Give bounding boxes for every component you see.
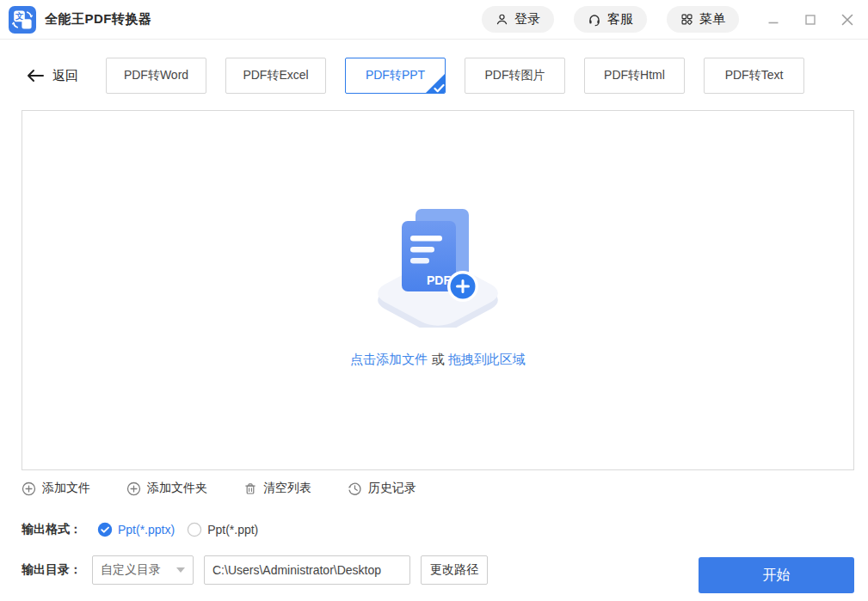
app-logo-icon: 文 xyxy=(9,6,36,34)
support-label: 客服 xyxy=(607,11,633,28)
grid-menu-icon xyxy=(680,13,693,26)
tab-label: PDF转Excel xyxy=(243,68,308,83)
tab-pdf-to-image[interactable]: PDF转图片 xyxy=(465,58,565,94)
add-folder-label: 添加文件夹 xyxy=(147,481,207,496)
add-folder-button[interactable]: 添加文件夹 xyxy=(126,481,207,496)
tab-label: PDF转PPT xyxy=(366,68,425,83)
radio-checked-icon xyxy=(97,522,113,537)
directory-type-value: 自定义目录 xyxy=(101,562,161,578)
clear-list-button[interactable]: 清空列表 xyxy=(243,481,311,496)
back-button[interactable]: 返回 xyxy=(26,68,78,84)
app-title: 全能王PDF转换器 xyxy=(45,11,152,28)
close-button[interactable] xyxy=(840,13,854,27)
ppt-option-label: Ppt(*.ppt) xyxy=(207,523,258,537)
menu-button[interactable]: 菜单 xyxy=(667,6,739,33)
change-path-label: 更改路径 xyxy=(430,562,478,578)
maximize-button[interactable] xyxy=(803,13,817,27)
tab-pdf-to-text[interactable]: PDF转Text xyxy=(704,58,804,94)
login-label: 登录 xyxy=(514,11,540,28)
add-file-button[interactable]: 添加文件 xyxy=(22,481,90,496)
directory-type-select[interactable]: 自定义目录 xyxy=(92,555,194,585)
output-directory-row: 输出目录： 自定义目录 更改路径 xyxy=(22,555,488,585)
file-drop-zone[interactable]: PDF 点击添加文件 或 拖拽到此区域 xyxy=(22,110,854,470)
output-format-row: 输出格式： Ppt(*.pptx) Ppt(*.ppt) xyxy=(22,519,258,540)
chevron-down-icon xyxy=(176,567,185,573)
user-icon xyxy=(496,13,508,26)
menu-label: 菜单 xyxy=(699,11,725,28)
tab-pdf-to-word[interactable]: PDF转Word xyxy=(106,58,206,94)
tab-label: PDF转Word xyxy=(124,68,188,83)
history-label: 历史记录 xyxy=(368,481,416,496)
support-button[interactable]: 客服 xyxy=(574,6,647,33)
title-bar: 文 全能王PDF转换器 登录 客服 xyxy=(0,0,868,40)
or-text: 或 xyxy=(428,352,447,366)
drop-zone-hint[interactable]: 点击添加文件 或 拖拽到此区域 xyxy=(350,352,525,368)
plus-circle-icon xyxy=(126,481,141,496)
tab-pdf-to-excel[interactable]: PDF转Excel xyxy=(225,58,326,94)
tab-label: PDF转Html xyxy=(604,68,665,83)
output-directory-label: 输出目录： xyxy=(22,562,82,578)
trash-icon xyxy=(243,481,257,496)
window-controls xyxy=(766,13,854,27)
back-label: 返回 xyxy=(52,68,78,84)
svg-text:文: 文 xyxy=(15,11,24,21)
plus-circle-icon xyxy=(22,481,36,496)
titlebar-actions: 登录 客服 菜单 xyxy=(482,6,739,33)
tab-pdf-to-html[interactable]: PDF转Html xyxy=(584,58,685,94)
radio-unchecked-icon xyxy=(187,522,202,537)
format-option-pptx[interactable]: Ppt(*.pptx) xyxy=(97,522,175,537)
login-button[interactable]: 登录 xyxy=(482,6,554,33)
clear-list-label: 清空列表 xyxy=(263,481,311,496)
pptx-option-label: Ppt(*.pptx) xyxy=(118,523,175,537)
output-format-label: 输出格式： xyxy=(22,522,82,537)
output-path-input[interactable] xyxy=(204,555,410,585)
format-option-ppt[interactable]: Ppt(*.ppt) xyxy=(187,522,258,537)
drag-here-text: 拖拽到此区域 xyxy=(448,352,526,366)
headset-icon xyxy=(588,13,601,27)
change-path-button[interactable]: 更改路径 xyxy=(421,555,488,585)
add-file-label: 添加文件 xyxy=(42,481,90,496)
tab-pdf-to-ppt[interactable]: PDF转PPT xyxy=(345,58,446,94)
back-arrow-icon xyxy=(26,69,45,83)
minimize-button[interactable] xyxy=(766,13,780,27)
start-button[interactable]: 开始 xyxy=(699,557,854,593)
click-add-files-link[interactable]: 点击添加文件 xyxy=(350,352,428,366)
tab-label: PDF转Text xyxy=(725,68,784,83)
conversion-tabs: PDF转Word PDF转Excel PDF转PPT PDF转图片 PDF转Ht… xyxy=(106,58,804,94)
history-clock-icon xyxy=(348,481,362,496)
selected-checkmark-icon xyxy=(425,73,446,94)
tab-label: PDF转图片 xyxy=(485,68,545,83)
add-pdf-files-icon: PDF xyxy=(359,197,517,328)
conversion-nav: 返回 PDF转Word PDF转Excel PDF转PPT PDF转图片 PDF… xyxy=(26,58,868,94)
history-button[interactable]: 历史记录 xyxy=(348,481,416,496)
file-list-toolbar: 添加文件 添加文件夹 清空列表 历史记录 xyxy=(22,481,416,496)
